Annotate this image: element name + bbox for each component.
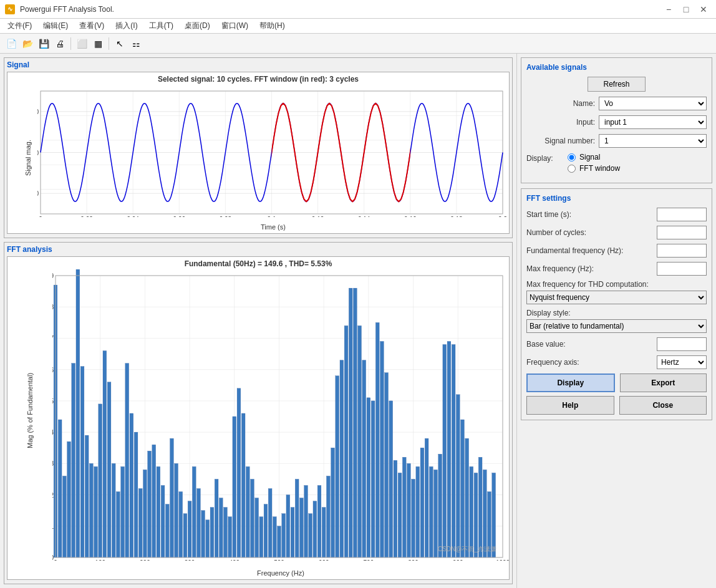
menu-item-d[interactable]: 桌面(D) — [180, 19, 215, 32]
svg-rect-168 — [447, 341, 451, 557]
toolbar-separator-1 — [70, 37, 71, 50]
max-freq-input[interactable]: 1000 — [657, 262, 707, 276]
svg-rect-110 — [188, 501, 191, 557]
svg-rect-95 — [121, 466, 125, 557]
svg-rect-151 — [371, 401, 375, 557]
open-button[interactable]: 📂 — [20, 36, 35, 51]
window-controls: − □ ✕ — [661, 2, 711, 17]
toolbar-btn-5[interactable]: ⬜ — [74, 36, 89, 51]
new-button[interactable]: 📄 — [4, 36, 19, 51]
svg-text:600: 600 — [319, 559, 329, 561]
menu-item-f[interactable]: 文件(F) — [2, 19, 37, 32]
svg-rect-81 — [58, 420, 62, 557]
fund-freq-input[interactable]: 50 — [657, 244, 707, 258]
minimize-button[interactable]: − — [661, 2, 676, 17]
refresh-button[interactable]: Refresh — [588, 77, 645, 92]
svg-rect-134 — [295, 479, 299, 557]
svg-rect-111 — [192, 466, 196, 557]
svg-rect-88 — [89, 463, 93, 557]
help-button[interactable]: Help — [526, 396, 614, 415]
fft-window-radio-row: FFT window — [568, 164, 620, 173]
svg-rect-143 — [336, 376, 339, 557]
signal-number-select[interactable]: 1 — [599, 134, 707, 148]
menu-item-t[interactable]: 工具(T) — [144, 19, 178, 32]
svg-rect-152 — [375, 322, 379, 557]
num-cycles-input[interactable]: 3 — [657, 226, 707, 239]
svg-text:0.1: 0.1 — [268, 216, 276, 217]
signal-radio[interactable] — [568, 153, 576, 161]
svg-rect-96 — [125, 364, 129, 557]
max-freq-thd-select[interactable]: Nyquist frequency — [526, 291, 707, 304]
svg-rect-101 — [148, 451, 152, 557]
svg-rect-97 — [130, 413, 133, 557]
svg-rect-130 — [278, 526, 281, 557]
close-button[interactable]: ✕ — [696, 2, 711, 17]
svg-rect-102 — [152, 445, 156, 557]
fft-chart: 0.00.10.20.30.40.50.60.70.80.90100200300… — [52, 269, 509, 561]
signal-y-label: Signal mag. — [24, 140, 32, 176]
name-select[interactable]: Vo — [599, 97, 707, 110]
svg-text:CSDN@不雨_亦潇潇: CSDN@不雨_亦潇潇 — [438, 546, 496, 552]
svg-rect-146 — [349, 288, 352, 557]
display-label: Display: — [526, 154, 564, 163]
display-style-label: Display style: — [526, 309, 707, 317]
svg-rect-153 — [380, 341, 384, 557]
input-select[interactable]: input 1 — [599, 115, 707, 129]
cursor-button[interactable]: ↖ — [112, 36, 127, 51]
svg-rect-104 — [161, 485, 165, 557]
base-value-input[interactable]: 1.0 — [657, 337, 707, 351]
toolbar-separator-2 — [109, 37, 109, 50]
input-row: Input: input 1 — [526, 115, 707, 129]
svg-text:800: 800 — [408, 559, 418, 561]
toolbar-btn-6[interactable]: ▦ — [90, 36, 105, 51]
start-time-input[interactable]: 0.1 — [657, 208, 707, 221]
export-button[interactable]: Export — [620, 374, 707, 392]
svg-rect-99 — [138, 489, 142, 557]
svg-text:0.06: 0.06 — [173, 216, 186, 217]
signal-x-label: Time (s) — [37, 223, 509, 231]
display-style-select[interactable]: Bar (relative to fundamental) — [526, 319, 707, 333]
signal-chart-title: Selected signal: 10 cycles. FFT window (… — [7, 72, 509, 85]
svg-rect-156 — [394, 460, 397, 557]
svg-rect-86 — [80, 367, 84, 557]
menu-item-h[interactable]: 帮助(H) — [254, 19, 290, 32]
svg-rect-83 — [67, 441, 71, 557]
svg-text:200: 200 — [140, 559, 150, 561]
name-row: Name: Vo — [526, 97, 707, 110]
base-value-label: Base value: — [526, 340, 654, 349]
svg-rect-132 — [286, 495, 290, 557]
svg-rect-164 — [429, 466, 433, 557]
display-button[interactable]: Display — [526, 374, 615, 392]
svg-text:1000: 1000 — [496, 559, 509, 561]
toolbar-btn-8[interactable]: ⚏ — [128, 36, 143, 51]
fft-window-radio[interactable] — [568, 165, 576, 173]
display-radio-group: Signal FFT window — [568, 153, 620, 173]
name-label: Name: — [526, 99, 595, 108]
svg-rect-142 — [331, 448, 335, 557]
print-button[interactable]: 🖨 — [52, 36, 67, 51]
app-logo: ∿ — [5, 4, 15, 14]
svg-rect-155 — [389, 401, 393, 557]
menu-item-e[interactable]: 编辑(E) — [38, 19, 73, 32]
svg-rect-162 — [420, 448, 424, 557]
app-title: Powergui FFT Analysis Tool. — [20, 5, 114, 14]
svg-rect-124 — [251, 479, 254, 557]
base-value-row: Base value: 1.0 — [526, 337, 707, 351]
svg-rect-150 — [367, 398, 370, 557]
svg-rect-115 — [210, 508, 214, 557]
svg-rect-113 — [201, 511, 205, 557]
title-bar: ∿ Powergui FFT Analysis Tool. − □ ✕ — [0, 0, 716, 19]
menu-item-w[interactable]: 窗口(W) — [216, 19, 253, 32]
freq-axis-select[interactable]: Hertz — [657, 355, 707, 369]
svg-text:0.14: 0.14 — [358, 216, 370, 217]
close-button-bottom[interactable]: Close — [619, 396, 707, 415]
svg-rect-165 — [434, 470, 438, 557]
menu-item-v[interactable]: 查看(V) — [74, 19, 109, 32]
maximize-button[interactable]: □ — [679, 2, 694, 17]
menu-item-i[interactable]: 插入(I) — [110, 19, 142, 32]
menubar: 文件(F)编辑(E)查看(V)插入(I)工具(T)桌面(D)窗口(W)帮助(H) — [0, 19, 716, 34]
save-button[interactable]: 💾 — [36, 36, 51, 51]
svg-rect-176 — [483, 470, 486, 557]
svg-rect-123 — [246, 466, 249, 557]
svg-rect-122 — [241, 413, 245, 557]
